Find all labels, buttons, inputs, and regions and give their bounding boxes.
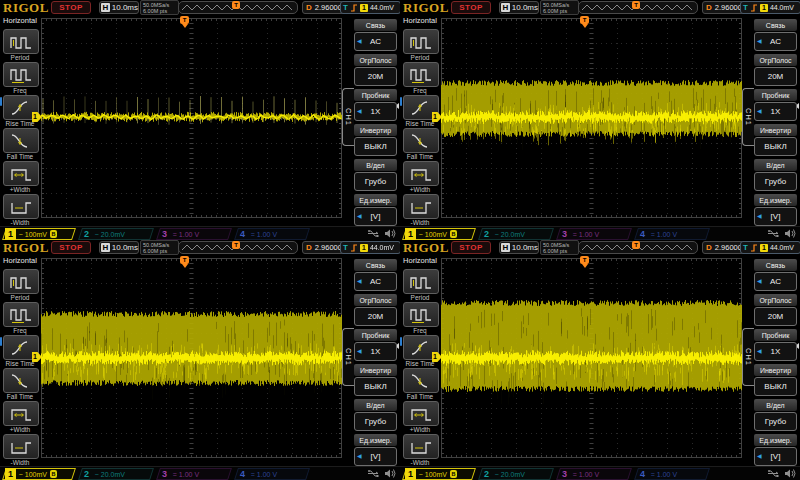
unit-value[interactable]: ◀[V]	[754, 447, 797, 466]
menu-item-coupling[interactable]: Связь ◀AC	[754, 259, 797, 291]
minus-width-button[interactable]	[3, 194, 39, 219]
trigger-position-marker[interactable]: T	[180, 256, 189, 264]
channel3-status[interactable]: 3 = 1.00 V	[556, 228, 632, 240]
menu-item-bandwidth[interactable]: ОгрПолос ◀20M	[754, 294, 797, 326]
period-button[interactable]	[3, 269, 39, 294]
volts-div-value[interactable]: ◀Грубо	[354, 172, 397, 191]
invert-value[interactable]: ◀ВЫКЛ	[354, 137, 397, 156]
memory-position-bar[interactable]: T	[578, 1, 698, 14]
volts-div-value[interactable]: ◀Грубо	[754, 412, 797, 431]
channel4-status[interactable]: 4 = 1.00 V	[634, 468, 710, 480]
unit-value[interactable]: ◀[V]	[354, 207, 397, 226]
fall-time-button[interactable]	[403, 368, 439, 393]
channel-menu-tab[interactable]: CH1	[342, 328, 354, 386]
invert-value[interactable]: ◀ВЫКЛ	[754, 137, 797, 156]
probe-value[interactable]: ◀1X	[754, 102, 797, 121]
channel1-status[interactable]: 1 ~ 100mV B	[2, 228, 76, 240]
period-button[interactable]	[403, 269, 439, 294]
channel4-status[interactable]: 4 = 1.00 V	[234, 228, 310, 240]
menu-item-volts-div[interactable]: В/дел ◀Грубо	[354, 399, 397, 431]
menu-item-unit[interactable]: Ед.измер. ◀[V]	[754, 434, 797, 466]
bandwidth-value[interactable]: ◀20M	[754, 67, 797, 86]
coupling-value[interactable]: ◀AC	[754, 272, 797, 291]
unit-value[interactable]: ◀[V]	[754, 207, 797, 226]
probe-value[interactable]: ◀1X	[354, 102, 397, 121]
minus-width-button[interactable]	[3, 434, 39, 459]
channel2-status[interactable]: 2 ~ 20.0mV	[78, 228, 154, 240]
channel3-status[interactable]: 3 = 1.00 V	[156, 228, 232, 240]
channel1-status[interactable]: 1 ~ 100mV B	[402, 228, 476, 240]
channel-menu-tab[interactable]: CH1	[342, 88, 354, 146]
trigger-position-marker[interactable]: T	[580, 16, 589, 24]
memory-position-bar[interactable]: T	[178, 241, 298, 254]
bandwidth-value[interactable]: ◀20M	[754, 307, 797, 326]
menu-item-bandwidth[interactable]: ОгрПолос ◀20M	[354, 54, 397, 86]
menu-item-bandwidth[interactable]: ОгрПолос ◀20M	[754, 54, 797, 86]
period-button[interactable]	[403, 29, 439, 54]
coupling-value[interactable]: ◀AC	[354, 272, 397, 291]
trigger-position-marker[interactable]: T	[580, 256, 589, 264]
memory-position-bar[interactable]: T	[578, 241, 698, 254]
menu-item-coupling[interactable]: Связь ◀AC	[754, 19, 797, 51]
channel3-status[interactable]: 3 = 1.00 V	[156, 468, 232, 480]
invert-value[interactable]: ◀ВЫКЛ	[354, 377, 397, 396]
probe-value[interactable]: ◀1X	[354, 342, 397, 361]
period-button[interactable]	[3, 29, 39, 54]
channel-menu-tab[interactable]: CH1	[742, 88, 754, 146]
bandwidth-value[interactable]: ◀20M	[354, 67, 397, 86]
invert-value[interactable]: ◀ВЫКЛ	[754, 377, 797, 396]
menu-item-bandwidth[interactable]: ОгрПолос ◀20M	[354, 294, 397, 326]
trigger-position-in-memory-icon[interactable]: T	[232, 241, 240, 249]
volts-div-value[interactable]: ◀Грубо	[354, 412, 397, 431]
menu-item-probe[interactable]: Пробник ◀1X	[354, 329, 397, 361]
freq-button[interactable]	[403, 62, 439, 87]
menu-item-volts-div[interactable]: В/дел ◀Грубо	[754, 159, 797, 191]
freq-button[interactable]	[3, 302, 39, 327]
volts-div-value[interactable]: ◀Грубо	[754, 172, 797, 191]
menu-item-probe[interactable]: Пробник ◀1X	[754, 89, 797, 121]
fall-time-button[interactable]	[3, 368, 39, 393]
menu-item-unit[interactable]: Ед.измер. ◀[V]	[354, 194, 397, 226]
menu-item-probe[interactable]: Пробник ◀1X	[754, 329, 797, 361]
menu-item-volts-div[interactable]: В/дел ◀Грубо	[354, 159, 397, 191]
trigger-position-in-memory-icon[interactable]: T	[632, 1, 640, 9]
channel3-status[interactable]: 3 = 1.00 V	[556, 468, 632, 480]
menu-item-invert[interactable]: Инвертир ◀ВЫКЛ	[754, 364, 797, 396]
plus-width-button[interactable]	[403, 161, 439, 186]
trigger-position-marker[interactable]: T	[180, 16, 189, 24]
menu-item-volts-div[interactable]: В/дел ◀Грубо	[754, 399, 797, 431]
menu-item-invert[interactable]: Инвертир ◀ВЫКЛ	[754, 124, 797, 156]
plus-width-button[interactable]	[403, 401, 439, 426]
freq-button[interactable]	[3, 62, 39, 87]
menu-item-invert[interactable]: Инвертир ◀ВЫКЛ	[354, 364, 397, 396]
channel2-status[interactable]: 2 ~ 20.0mV	[478, 468, 554, 480]
plus-width-button[interactable]	[3, 161, 39, 186]
trigger-position-in-memory-icon[interactable]: T	[632, 241, 640, 249]
minus-width-button[interactable]	[403, 194, 439, 219]
channel1-status[interactable]: 1 ~ 100mV B	[2, 468, 76, 480]
menu-item-coupling[interactable]: Связь ◀AC	[354, 259, 397, 291]
minus-width-button[interactable]	[403, 434, 439, 459]
menu-item-unit[interactable]: Ед.измер. ◀[V]	[354, 434, 397, 466]
plus-width-button[interactable]	[3, 401, 39, 426]
channel1-status[interactable]: 1 ~ 100mV B	[402, 468, 476, 480]
channel-menu-tab[interactable]: CH1	[742, 328, 754, 386]
trigger-position-in-memory-icon[interactable]: T	[232, 1, 240, 9]
fall-time-button[interactable]	[3, 128, 39, 153]
freq-button[interactable]	[403, 302, 439, 327]
coupling-value[interactable]: ◀AC	[354, 32, 397, 51]
menu-item-probe[interactable]: Пробник ◀1X	[354, 89, 397, 121]
menu-item-coupling[interactable]: Связь ◀AC	[354, 19, 397, 51]
menu-item-unit[interactable]: Ед.измер. ◀[V]	[754, 194, 797, 226]
memory-position-bar[interactable]: T	[178, 1, 298, 14]
fall-time-button[interactable]	[403, 128, 439, 153]
channel2-status[interactable]: 2 ~ 20.0mV	[478, 228, 554, 240]
coupling-value[interactable]: ◀AC	[754, 32, 797, 51]
unit-value[interactable]: ◀[V]	[354, 447, 397, 466]
channel4-status[interactable]: 4 = 1.00 V	[634, 228, 710, 240]
bandwidth-value[interactable]: ◀20M	[354, 307, 397, 326]
channel4-status[interactable]: 4 = 1.00 V	[234, 468, 310, 480]
probe-value[interactable]: ◀1X	[754, 342, 797, 361]
channel2-status[interactable]: 2 ~ 20.0mV	[78, 468, 154, 480]
menu-item-invert[interactable]: Инвертир ◀ВЫКЛ	[354, 124, 397, 156]
